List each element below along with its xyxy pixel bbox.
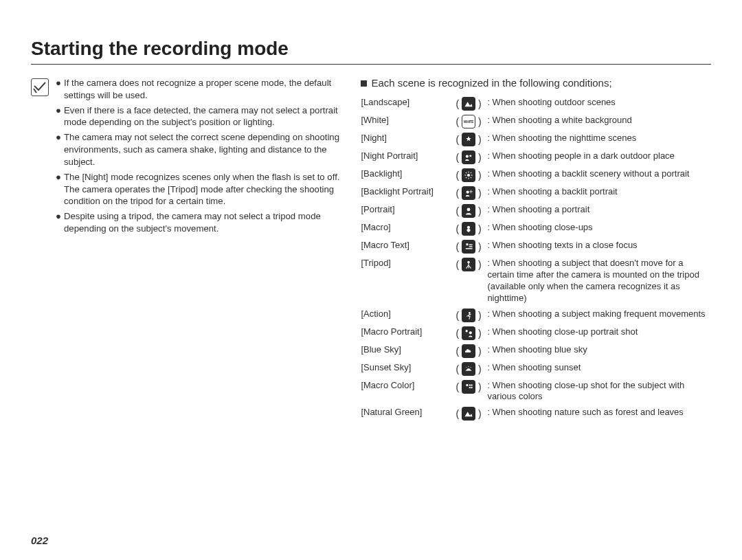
svg-point-25 — [469, 312, 471, 314]
scene-label: [Natural Green] — [361, 407, 456, 418]
left-column: ●If the camera does not recognize a prop… — [31, 77, 354, 238]
scene-label: [Portrait] — [361, 204, 456, 216]
scene-label: [Sunset Sky] — [361, 362, 456, 374]
scene-label: [Macro Portrait] — [361, 326, 456, 338]
paren-close: ) — [478, 260, 482, 269]
svg-line-9 — [471, 172, 471, 173]
scene-row: [Macro Text]() : When shooting texts in … — [361, 240, 711, 254]
svg-point-1 — [467, 174, 470, 177]
scene-row: [Backlight Portrait]() : When shooting a… — [361, 186, 711, 200]
bullet-dot: ● — [56, 104, 64, 129]
paren-close: ) — [478, 188, 482, 198]
scene-icon-wrap: () — [456, 222, 484, 236]
page-number: 022 — [31, 535, 48, 546]
svg-line-28 — [466, 367, 467, 368]
bullet-text: The camera may not select the correct sc… — [64, 131, 346, 168]
paren-close: ) — [478, 382, 482, 392]
scene-icon-wrap: () — [456, 150, 484, 164]
scene-label: [Macro] — [361, 222, 456, 234]
paren-open: ( — [456, 170, 459, 180]
scene-label: [Macro Text] — [361, 240, 456, 251]
scene-label: [Backlight] — [361, 168, 456, 180]
scene-row: [Action]() : When shooting a subject mak… — [361, 309, 711, 322]
scene-icon-wrap: () — [456, 407, 484, 421]
scene-icon-wrap: () — [456, 309, 484, 322]
scene-heading: Each scene is recognized in the followin… — [361, 77, 711, 89]
portrait-icon — [462, 204, 475, 218]
scene-description: : When shooting the nighttime scenes — [484, 133, 711, 144]
scene-label: [Macro Color] — [361, 380, 456, 392]
svg-point-15 — [471, 191, 472, 192]
paren-open: ( — [456, 153, 459, 162]
bullet-text: Despite using a tripod, the camera may n… — [64, 210, 346, 235]
scene-description: : When shooting a backlit scenery withou… — [484, 168, 711, 180]
night-icon — [462, 133, 475, 146]
scene-label: [Night Portrait] — [361, 150, 456, 162]
scene-label: [Backlight Portrait] — [361, 186, 456, 198]
paren-open: ( — [456, 117, 459, 126]
bullet-item: ●The [Night] mode recognizes scenes only… — [56, 171, 346, 208]
svg-rect-19 — [466, 248, 473, 249]
scene-description: : When shooting people in a dark outdoor… — [484, 150, 711, 162]
paren-close: ) — [478, 170, 482, 180]
svg-rect-32 — [469, 387, 471, 388]
paren-close: ) — [478, 117, 482, 126]
scene-label: [Action] — [361, 309, 456, 320]
paren-close: ) — [478, 153, 482, 162]
scene-label: [Tripod] — [361, 258, 456, 269]
landscape-icon — [462, 97, 475, 111]
scene-icon-wrap: () — [456, 204, 484, 218]
paren-open: ( — [456, 206, 459, 216]
macro-text-icon — [462, 240, 475, 254]
paren-close: ) — [478, 242, 482, 251]
scene-label: [Night] — [361, 133, 456, 144]
macro-portrait-icon — [462, 326, 475, 340]
scene-description: : When shooting a portrait — [484, 204, 711, 216]
scene-icon-wrap: (WHITE) — [456, 115, 484, 128]
scene-row: [Sunset Sky]() : When shooting sunset — [361, 362, 711, 376]
paren-close: ) — [478, 346, 482, 356]
scene-description: : When shooting close-ups — [484, 222, 711, 234]
scene-description: : When shooting blue sky — [484, 344, 711, 356]
svg-line-8 — [466, 177, 466, 178]
paren-close: ) — [478, 328, 482, 338]
tripod-icon — [462, 258, 475, 271]
scene-description: : When shooting a white background — [484, 115, 711, 126]
scene-label: [Blue Sky] — [361, 344, 456, 356]
bullet-dot: ● — [56, 210, 64, 235]
scene-description: : When shooting nature such as forest an… — [484, 407, 711, 418]
note-icon — [31, 78, 49, 96]
paren-open: ( — [456, 224, 459, 234]
scene-row: [Tripod]() : When shooting a subject tha… — [361, 258, 711, 304]
scene-row: [Portrait]() : When shooting a portrait — [361, 204, 711, 218]
scene-icon-wrap: () — [456, 133, 484, 146]
svg-point-10 — [466, 191, 469, 194]
macro-color-icon — [462, 380, 475, 394]
right-column: Each scene is recognized in the followin… — [354, 77, 711, 425]
scene-icon-wrap: () — [456, 240, 484, 254]
action-icon — [462, 309, 475, 322]
scene-icon-wrap: () — [456, 362, 484, 376]
paren-open: ( — [456, 346, 459, 356]
white-icon: WHITE — [462, 115, 475, 128]
manual-page: Starting the recording mode ●If the came… — [0, 0, 742, 560]
scene-icon-wrap: () — [456, 97, 484, 111]
scene-row: [Backlight]() : When shooting a backlit … — [361, 168, 711, 182]
paren-open: ( — [456, 364, 459, 374]
night-portrait-icon — [462, 150, 475, 164]
square-bullet-icon — [361, 80, 367, 87]
paren-open: ( — [456, 311, 459, 320]
paren-close: ) — [478, 311, 482, 320]
bullet-item: ●The camera may not select the correct s… — [56, 131, 346, 168]
bullet-text: If the camera does not recognize a prope… — [64, 77, 346, 102]
svg-line-7 — [471, 177, 471, 178]
scene-row: [Landscape]() : When shooting outdoor sc… — [361, 97, 711, 111]
bullet-text: The [Night] mode recognizes scenes only … — [64, 171, 346, 208]
svg-point-16 — [467, 208, 471, 211]
scene-description: : When shooting a subject that doesn't m… — [484, 258, 711, 304]
content-columns: ●If the camera does not recognize a prop… — [31, 77, 711, 425]
scene-description: : When shooting a subject making frequen… — [484, 309, 711, 320]
paren-close: ) — [478, 206, 482, 216]
scene-row: [Night]() : When shooting the nighttime … — [361, 133, 711, 146]
paren-open: ( — [456, 328, 459, 338]
